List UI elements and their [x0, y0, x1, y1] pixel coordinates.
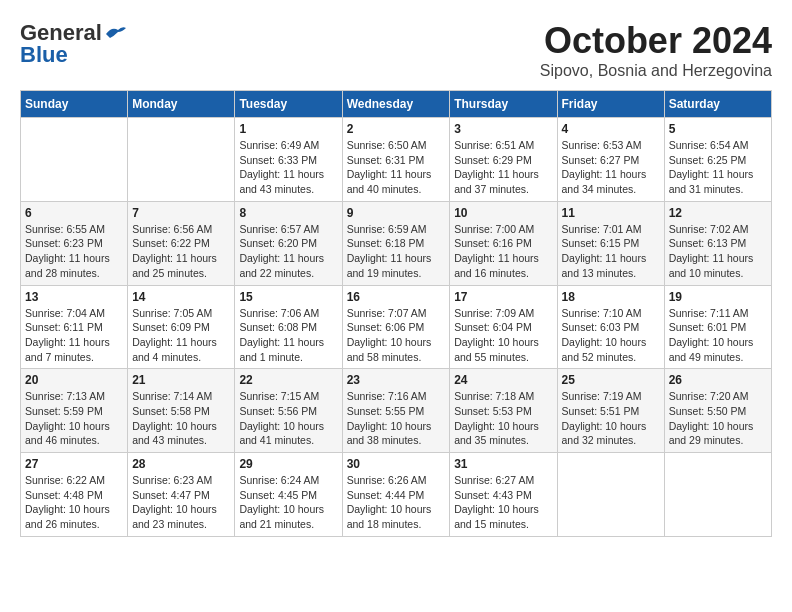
weekday-header-row: SundayMondayTuesdayWednesdayThursdayFrid…: [21, 91, 772, 118]
day-number: 4: [562, 122, 660, 136]
calendar-day-cell: 13Sunrise: 7:04 AMSunset: 6:11 PMDayligh…: [21, 285, 128, 369]
calendar-week-row: 27Sunrise: 6:22 AMSunset: 4:48 PMDayligh…: [21, 453, 772, 537]
day-info: Sunrise: 7:16 AMSunset: 5:55 PMDaylight:…: [347, 389, 446, 448]
page-header: General Blue October 2024 Sipovo, Bosnia…: [20, 20, 772, 80]
day-info: Sunrise: 7:00 AMSunset: 6:16 PMDaylight:…: [454, 222, 552, 281]
calendar-day-cell: 15Sunrise: 7:06 AMSunset: 6:08 PMDayligh…: [235, 285, 342, 369]
calendar-day-cell: 4Sunrise: 6:53 AMSunset: 6:27 PMDaylight…: [557, 118, 664, 202]
weekday-header-saturday: Saturday: [664, 91, 771, 118]
day-info: Sunrise: 6:51 AMSunset: 6:29 PMDaylight:…: [454, 138, 552, 197]
day-number: 17: [454, 290, 552, 304]
day-number: 9: [347, 206, 446, 220]
day-info: Sunrise: 7:02 AMSunset: 6:13 PMDaylight:…: [669, 222, 767, 281]
weekday-header-tuesday: Tuesday: [235, 91, 342, 118]
day-number: 15: [239, 290, 337, 304]
calendar-day-cell: 19Sunrise: 7:11 AMSunset: 6:01 PMDayligh…: [664, 285, 771, 369]
day-info: Sunrise: 7:09 AMSunset: 6:04 PMDaylight:…: [454, 306, 552, 365]
day-number: 28: [132, 457, 230, 471]
day-info: Sunrise: 6:23 AMSunset: 4:47 PMDaylight:…: [132, 473, 230, 532]
day-info: Sunrise: 7:18 AMSunset: 5:53 PMDaylight:…: [454, 389, 552, 448]
calendar-day-cell: 22Sunrise: 7:15 AMSunset: 5:56 PMDayligh…: [235, 369, 342, 453]
calendar-day-cell: 21Sunrise: 7:14 AMSunset: 5:58 PMDayligh…: [128, 369, 235, 453]
day-info: Sunrise: 6:27 AMSunset: 4:43 PMDaylight:…: [454, 473, 552, 532]
day-number: 8: [239, 206, 337, 220]
title-section: October 2024 Sipovo, Bosnia and Herzegov…: [540, 20, 772, 80]
calendar-day-cell: [664, 453, 771, 537]
day-info: Sunrise: 6:57 AMSunset: 6:20 PMDaylight:…: [239, 222, 337, 281]
day-number: 31: [454, 457, 552, 471]
logo: General Blue: [20, 20, 128, 68]
calendar-day-cell: 8Sunrise: 6:57 AMSunset: 6:20 PMDaylight…: [235, 201, 342, 285]
day-number: 26: [669, 373, 767, 387]
calendar-week-row: 1Sunrise: 6:49 AMSunset: 6:33 PMDaylight…: [21, 118, 772, 202]
day-info: Sunrise: 6:26 AMSunset: 4:44 PMDaylight:…: [347, 473, 446, 532]
calendar-day-cell: 28Sunrise: 6:23 AMSunset: 4:47 PMDayligh…: [128, 453, 235, 537]
day-info: Sunrise: 7:05 AMSunset: 6:09 PMDaylight:…: [132, 306, 230, 365]
calendar-day-cell: 31Sunrise: 6:27 AMSunset: 4:43 PMDayligh…: [450, 453, 557, 537]
calendar-day-cell: 26Sunrise: 7:20 AMSunset: 5:50 PMDayligh…: [664, 369, 771, 453]
day-number: 20: [25, 373, 123, 387]
month-year-title: October 2024: [540, 20, 772, 62]
day-number: 21: [132, 373, 230, 387]
calendar-table: SundayMondayTuesdayWednesdayThursdayFrid…: [20, 90, 772, 537]
calendar-week-row: 20Sunrise: 7:13 AMSunset: 5:59 PMDayligh…: [21, 369, 772, 453]
day-number: 29: [239, 457, 337, 471]
calendar-day-cell: 14Sunrise: 7:05 AMSunset: 6:09 PMDayligh…: [128, 285, 235, 369]
calendar-day-cell: 29Sunrise: 6:24 AMSunset: 4:45 PMDayligh…: [235, 453, 342, 537]
day-info: Sunrise: 7:07 AMSunset: 6:06 PMDaylight:…: [347, 306, 446, 365]
day-info: Sunrise: 6:59 AMSunset: 6:18 PMDaylight:…: [347, 222, 446, 281]
calendar-day-cell: [128, 118, 235, 202]
calendar-day-cell: 7Sunrise: 6:56 AMSunset: 6:22 PMDaylight…: [128, 201, 235, 285]
day-number: 24: [454, 373, 552, 387]
calendar-day-cell: 10Sunrise: 7:00 AMSunset: 6:16 PMDayligh…: [450, 201, 557, 285]
weekday-header-friday: Friday: [557, 91, 664, 118]
day-number: 6: [25, 206, 123, 220]
day-info: Sunrise: 6:53 AMSunset: 6:27 PMDaylight:…: [562, 138, 660, 197]
calendar-day-cell: 20Sunrise: 7:13 AMSunset: 5:59 PMDayligh…: [21, 369, 128, 453]
calendar-day-cell: 3Sunrise: 6:51 AMSunset: 6:29 PMDaylight…: [450, 118, 557, 202]
calendar-day-cell: 30Sunrise: 6:26 AMSunset: 4:44 PMDayligh…: [342, 453, 450, 537]
day-number: 1: [239, 122, 337, 136]
day-number: 30: [347, 457, 446, 471]
logo-bird-icon: [104, 24, 126, 42]
day-info: Sunrise: 7:01 AMSunset: 6:15 PMDaylight:…: [562, 222, 660, 281]
day-number: 10: [454, 206, 552, 220]
calendar-day-cell: 12Sunrise: 7:02 AMSunset: 6:13 PMDayligh…: [664, 201, 771, 285]
day-number: 7: [132, 206, 230, 220]
day-info: Sunrise: 6:54 AMSunset: 6:25 PMDaylight:…: [669, 138, 767, 197]
day-number: 14: [132, 290, 230, 304]
day-info: Sunrise: 7:06 AMSunset: 6:08 PMDaylight:…: [239, 306, 337, 365]
day-info: Sunrise: 7:14 AMSunset: 5:58 PMDaylight:…: [132, 389, 230, 448]
day-info: Sunrise: 6:24 AMSunset: 4:45 PMDaylight:…: [239, 473, 337, 532]
calendar-day-cell: 11Sunrise: 7:01 AMSunset: 6:15 PMDayligh…: [557, 201, 664, 285]
day-number: 12: [669, 206, 767, 220]
day-info: Sunrise: 7:11 AMSunset: 6:01 PMDaylight:…: [669, 306, 767, 365]
location-subtitle: Sipovo, Bosnia and Herzegovina: [540, 62, 772, 80]
weekday-header-sunday: Sunday: [21, 91, 128, 118]
day-number: 27: [25, 457, 123, 471]
day-info: Sunrise: 6:49 AMSunset: 6:33 PMDaylight:…: [239, 138, 337, 197]
calendar-day-cell: 6Sunrise: 6:55 AMSunset: 6:23 PMDaylight…: [21, 201, 128, 285]
day-info: Sunrise: 7:15 AMSunset: 5:56 PMDaylight:…: [239, 389, 337, 448]
calendar-day-cell: 5Sunrise: 6:54 AMSunset: 6:25 PMDaylight…: [664, 118, 771, 202]
day-number: 19: [669, 290, 767, 304]
calendar-day-cell: 23Sunrise: 7:16 AMSunset: 5:55 PMDayligh…: [342, 369, 450, 453]
day-number: 2: [347, 122, 446, 136]
calendar-week-row: 6Sunrise: 6:55 AMSunset: 6:23 PMDaylight…: [21, 201, 772, 285]
day-number: 16: [347, 290, 446, 304]
calendar-day-cell: 27Sunrise: 6:22 AMSunset: 4:48 PMDayligh…: [21, 453, 128, 537]
day-info: Sunrise: 6:22 AMSunset: 4:48 PMDaylight:…: [25, 473, 123, 532]
day-number: 5: [669, 122, 767, 136]
calendar-day-cell: [557, 453, 664, 537]
logo-blue: Blue: [20, 42, 68, 68]
calendar-day-cell: 16Sunrise: 7:07 AMSunset: 6:06 PMDayligh…: [342, 285, 450, 369]
day-number: 11: [562, 206, 660, 220]
weekday-header-wednesday: Wednesday: [342, 91, 450, 118]
calendar-day-cell: 18Sunrise: 7:10 AMSunset: 6:03 PMDayligh…: [557, 285, 664, 369]
day-info: Sunrise: 6:55 AMSunset: 6:23 PMDaylight:…: [25, 222, 123, 281]
calendar-day-cell: 17Sunrise: 7:09 AMSunset: 6:04 PMDayligh…: [450, 285, 557, 369]
day-number: 22: [239, 373, 337, 387]
day-info: Sunrise: 7:04 AMSunset: 6:11 PMDaylight:…: [25, 306, 123, 365]
calendar-week-row: 13Sunrise: 7:04 AMSunset: 6:11 PMDayligh…: [21, 285, 772, 369]
day-info: Sunrise: 7:19 AMSunset: 5:51 PMDaylight:…: [562, 389, 660, 448]
